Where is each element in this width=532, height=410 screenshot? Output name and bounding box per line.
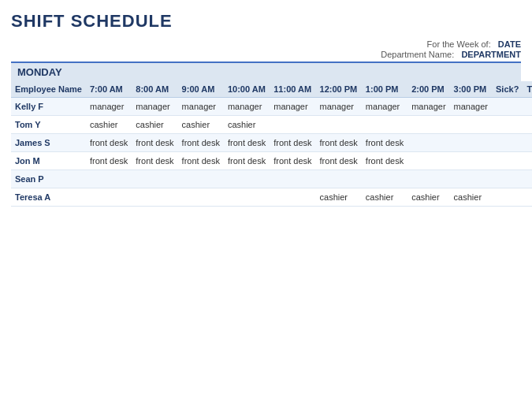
schedule-table: Employee Name7:00 AM8:00 AM9:00 AM10:00 …: [11, 81, 532, 207]
shift-cell: [492, 134, 523, 152]
col-header-7: 1:00 PM: [362, 81, 407, 98]
employee-name-cell: James S: [11, 134, 86, 152]
col-header-10: Sick?: [492, 81, 523, 98]
shift-cell: manager: [178, 98, 224, 116]
page-title: SHIFT SCHEDULE: [11, 11, 521, 32]
table-row: Kelly Fmanagermanagermanagermanagermanag…: [11, 98, 532, 116]
shift-cell: front desk: [86, 152, 132, 170]
table-header-row: Employee Name7:00 AM8:00 AM9:00 AM10:00 …: [11, 81, 532, 98]
shift-cell: [523, 134, 532, 152]
shift-cell: [224, 188, 270, 207]
shift-cell: front desk: [316, 134, 362, 152]
shift-cell: [316, 170, 362, 188]
shift-cell: cashier: [316, 188, 362, 207]
dept-value: DEPARTMENT: [461, 50, 521, 59]
shift-cell: cashier: [407, 188, 449, 207]
shift-cell: [450, 170, 492, 188]
col-header-9: 3:00 PM: [450, 81, 492, 98]
shift-cell: manager: [132, 98, 177, 116]
shift-cell: front desk: [86, 134, 132, 152]
shift-cell: [492, 116, 523, 134]
day-label: MONDAY: [11, 62, 521, 81]
shift-cell: cashier: [132, 116, 177, 134]
header-meta-block: For the Week of: DATE Department Name: D…: [11, 39, 521, 60]
shift-cell: [316, 116, 362, 134]
shift-cell: [523, 116, 532, 134]
page-container: SHIFT SCHEDULE For the Week of: DATE Dep…: [0, 0, 532, 214]
col-header-0: Employee Name: [11, 81, 86, 98]
shift-cell: [270, 116, 315, 134]
shift-cell: [492, 152, 523, 170]
shift-cell: front desk: [270, 134, 315, 152]
shift-cell: [178, 170, 224, 188]
shift-cell: [270, 188, 315, 207]
shift-cell: manager: [450, 98, 492, 116]
shift-cell: front desk: [316, 152, 362, 170]
shift-cell: front desk: [178, 134, 224, 152]
shift-cell: [523, 170, 532, 188]
employee-name-cell: Jon M: [11, 152, 86, 170]
shift-cell: [523, 188, 532, 207]
table-row: Teresa Acashiercashiercashiercashier: [11, 188, 532, 207]
shift-cell: [450, 152, 492, 170]
col-header-2: 8:00 AM: [132, 81, 177, 98]
shift-cell: manager: [316, 98, 362, 116]
week-label: For the Week of:: [427, 39, 491, 49]
shift-cell: cashier: [224, 116, 270, 134]
table-row: Jon Mfront deskfront deskfront deskfront…: [11, 152, 532, 170]
shift-cell: [492, 98, 523, 116]
dept-meta: Department Name: DEPARTMENT: [381, 50, 521, 59]
shift-cell: [86, 170, 132, 188]
employee-name-cell: Teresa A: [11, 188, 86, 207]
table-row: Tom Ycashiercashiercashiercashier: [11, 116, 532, 134]
shift-cell: [132, 188, 177, 207]
shift-cell: [407, 170, 449, 188]
shift-cell: front desk: [178, 152, 224, 170]
shift-cell: [450, 116, 492, 134]
shift-cell: manager: [362, 98, 407, 116]
shift-cell: manager: [270, 98, 315, 116]
employee-name-cell: Kelly F: [11, 98, 86, 116]
shift-cell: [492, 188, 523, 207]
shift-cell: [362, 116, 407, 134]
table-row: James Sfront deskfront deskfront deskfro…: [11, 134, 532, 152]
shift-cell: [362, 170, 407, 188]
shift-cell: [523, 152, 532, 170]
shift-cell: cashier: [178, 116, 224, 134]
shift-cell: front desk: [362, 134, 407, 152]
shift-cell: [523, 98, 532, 116]
week-value: DATE: [498, 39, 521, 49]
shift-cell: front desk: [362, 152, 407, 170]
shift-cell: cashier: [86, 116, 132, 134]
shift-cell: [492, 170, 523, 188]
col-header-6: 12:00 PM: [316, 81, 362, 98]
shift-cell: [407, 134, 449, 152]
shift-cell: manager: [407, 98, 449, 116]
shift-cell: [178, 188, 224, 207]
shift-cell: cashier: [450, 188, 492, 207]
shift-cell: [270, 170, 315, 188]
shift-cell: [407, 116, 449, 134]
employee-name-cell: Sean P: [11, 170, 86, 188]
shift-cell: front desk: [132, 152, 177, 170]
col-header-3: 9:00 AM: [178, 81, 224, 98]
shift-cell: [407, 152, 449, 170]
shift-cell: front desk: [224, 134, 270, 152]
shift-cell: [132, 170, 177, 188]
table-row: Sean P: [11, 170, 532, 188]
shift-cell: manager: [86, 98, 132, 116]
col-header-4: 10:00 AM: [224, 81, 270, 98]
week-meta: For the Week of: DATE: [427, 39, 521, 49]
shift-cell: cashier: [362, 188, 407, 207]
col-header-1: 7:00 AM: [86, 81, 132, 98]
employee-name-cell: Tom Y: [11, 116, 86, 134]
shift-cell: manager: [224, 98, 270, 116]
shift-cell: front desk: [270, 152, 315, 170]
col-header-5: 11:00 AM: [270, 81, 315, 98]
shift-cell: front desk: [224, 152, 270, 170]
col-header-8: 2:00 PM: [407, 81, 449, 98]
shift-cell: [86, 188, 132, 207]
col-header-11: TOTAL: [523, 81, 532, 98]
shift-cell: front desk: [132, 134, 177, 152]
shift-cell: [450, 134, 492, 152]
